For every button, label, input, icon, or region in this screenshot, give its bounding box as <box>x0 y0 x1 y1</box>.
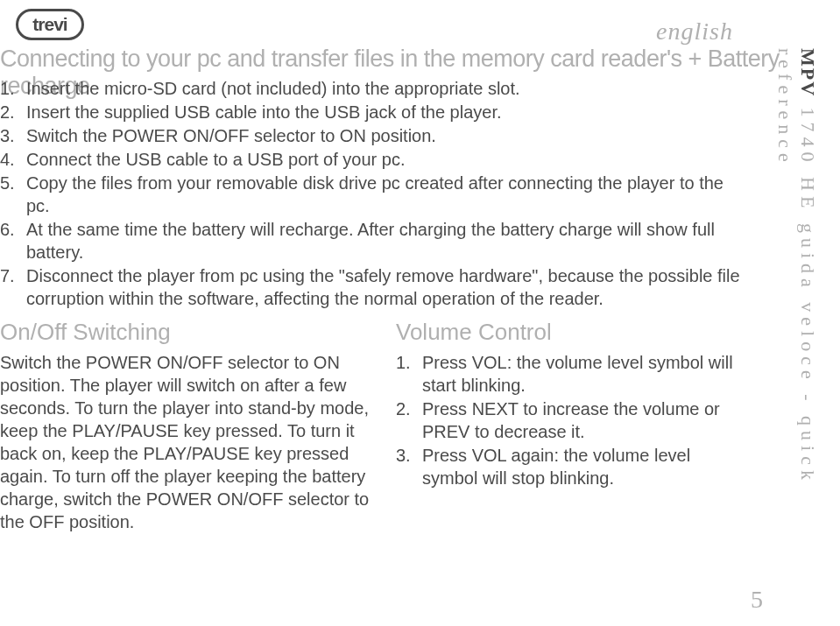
step-number: 1. <box>0 77 26 100</box>
onoff-title: On/Off Switching <box>0 319 377 346</box>
page-number: 5 <box>751 586 763 614</box>
step-number: 4. <box>0 148 26 171</box>
step-text: At the same time the battery will rechar… <box>26 218 746 264</box>
side-rest: 1740 HE guida veloce - quick reference <box>774 48 819 485</box>
two-column-section: On/Off Switching Switch the POWER ON/OFF… <box>0 319 746 533</box>
step-number: 5. <box>0 172 26 217</box>
list-item: 1.Press VOL: the volume level symbol wil… <box>396 351 746 397</box>
step-text: Insert the micro-SD card (not included) … <box>26 77 746 100</box>
volume-section: Volume Control 1.Press VOL: the volume l… <box>396 319 746 533</box>
step-number: 3. <box>396 444 422 489</box>
volume-title: Volume Control <box>396 319 746 346</box>
step-text: Connect the USB cable to a USB port of y… <box>26 148 746 171</box>
volume-list: 1.Press VOL: the volume level symbol wil… <box>396 351 746 489</box>
step-text: Press VOL again: the volume level symbol… <box>422 444 746 489</box>
onoff-body: Switch the POWER ON/OFF selector to ON p… <box>0 351 377 533</box>
step-text: Disconnect the player from pc using the … <box>26 264 746 310</box>
step-text: Copy the files from your removable disk … <box>26 172 746 217</box>
brand-logo: trevi <box>16 9 84 40</box>
list-item: 2.Press NEXT to increase the volume or P… <box>396 397 746 443</box>
steps-list: 1.Insert the micro-SD card (not included… <box>0 77 746 310</box>
step-text: Press VOL: the volume level symbol will … <box>422 351 746 397</box>
language-label: english <box>656 18 733 46</box>
step-text: Switch the POWER ON/OFF selector to ON p… <box>26 124 746 147</box>
list-item: 7.Disconnect the player from pc using th… <box>0 264 746 310</box>
list-item: 1.Insert the micro-SD card (not included… <box>0 77 746 100</box>
step-number: 7. <box>0 264 26 310</box>
side-label: MPV 1740 HE guida veloce - quick referen… <box>761 48 831 608</box>
onoff-section: On/Off Switching Switch the POWER ON/OFF… <box>0 319 377 533</box>
step-number: 6. <box>0 218 26 264</box>
list-item: 2.Insert the supplied USB cable into the… <box>0 101 746 123</box>
list-item: 5.Copy the files from your removable dis… <box>0 172 746 217</box>
list-item: 6.At the same time the battery will rech… <box>0 218 746 264</box>
step-number: 2. <box>396 397 422 443</box>
side-mpv: MPV <box>797 48 819 97</box>
brand-logo-text: trevi <box>32 14 67 35</box>
main-content: 1.Insert the micro-SD card (not included… <box>0 77 746 533</box>
step-number: 1. <box>396 351 422 397</box>
step-number: 3. <box>0 124 26 147</box>
step-number: 2. <box>0 101 26 123</box>
list-item: 3.Switch the POWER ON/OFF selector to ON… <box>0 124 746 147</box>
step-text: Insert the supplied USB cable into the U… <box>26 101 746 123</box>
step-text: Press NEXT to increase the volume or PRE… <box>422 397 746 443</box>
list-item: 4.Connect the USB cable to a USB port of… <box>0 148 746 171</box>
side-text: MPV 1740 HE guida veloce - quick referen… <box>773 48 819 608</box>
list-item: 3.Press VOL again: the volume level symb… <box>396 444 746 489</box>
